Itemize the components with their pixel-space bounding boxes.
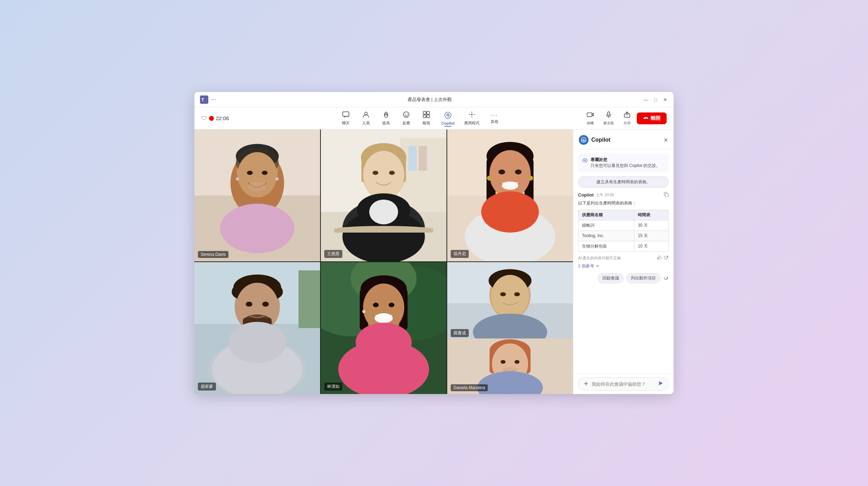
- title-bar-more-icon[interactable]: ···: [211, 96, 216, 103]
- message-time: 上午 10:35: [596, 192, 614, 198]
- review-meeting-button[interactable]: 回顧會議: [598, 273, 624, 283]
- svg-point-30: [248, 182, 266, 192]
- input-wrapper: [578, 377, 669, 391]
- share-label: 共用: [624, 121, 631, 126]
- minimize-button[interactable]: —: [643, 97, 649, 102]
- svg-point-97: [373, 303, 379, 307]
- video-cell-zhao: 趙家豪: [194, 262, 320, 394]
- people-button[interactable]: 人員: [357, 109, 375, 128]
- video-cell-serena: Serena Davis: [194, 129, 320, 261]
- table-cell: 30 天: [634, 220, 669, 231]
- apps-button[interactable]: 應用程式: [460, 109, 484, 128]
- list-actions-button[interactable]: 列出動作項目: [626, 273, 660, 283]
- close-button[interactable]: ✕: [662, 97, 668, 102]
- references-count: 1 個參考: [578, 263, 594, 269]
- copilot-message: Copilot 上午 10:35 以下是列出生產時間表的表格： 供應商名稱 時間…: [578, 192, 669, 269]
- toolbar-left: 🛡 22:06: [201, 115, 257, 122]
- svg-point-85: [228, 322, 286, 363]
- privacy-title: 專屬於您: [591, 157, 660, 163]
- mic-button[interactable]: 麥克風: [600, 110, 617, 127]
- leave-label: 離開: [651, 115, 660, 122]
- svg-point-108: [514, 292, 520, 296]
- svg-point-13: [471, 114, 473, 115]
- participant-name-zhang: 張丹尼: [451, 250, 469, 258]
- copilot-input-field[interactable]: [592, 382, 655, 387]
- svg-text:T: T: [201, 97, 204, 102]
- svg-point-98: [389, 303, 394, 307]
- video-cell-wang: 王惠恩: [321, 129, 446, 261]
- table-header-supplier: 供應商名稱: [578, 210, 634, 220]
- privacy-notice: 專屬於您 只有您可以看見您與 Copilot 的交談。: [578, 153, 669, 172]
- svg-point-118: [501, 360, 506, 364]
- copilot-close-button[interactable]: ✕: [663, 137, 668, 143]
- copilot-button[interactable]: Copilot: [437, 109, 459, 127]
- raise-hand-button[interactable]: 提高: [377, 109, 395, 128]
- thumbs-up-button[interactable]: [657, 255, 662, 261]
- chat-icon: [342, 111, 350, 119]
- participant-name-daniela: Daniela Mandera: [451, 384, 488, 391]
- apps-label: 應用程式: [464, 120, 479, 126]
- participant-name-serena: Serena Davis: [198, 251, 228, 258]
- chat-label: 聊天: [342, 120, 350, 126]
- shield-icon: 🛡: [201, 115, 207, 122]
- react-button[interactable]: 反應: [397, 109, 416, 128]
- svg-rect-40: [419, 146, 427, 171]
- svg-point-49: [389, 171, 395, 175]
- privacy-text: 專屬於您 只有您可以看見您與 Copilot 的交談。: [591, 157, 660, 169]
- more-label: 其他: [491, 119, 498, 124]
- table-row: Tooling, Inc. 15 天: [578, 231, 669, 241]
- person-photo-3: [447, 129, 573, 261]
- svg-point-4: [403, 112, 409, 117]
- table-cell: 縮略詞: [578, 220, 634, 231]
- more-button[interactable]: ··· 其他: [485, 110, 504, 126]
- title-bar: T ··· 產品發表會 | 上次外觀 — □ ✕: [194, 92, 674, 107]
- svg-point-6: [407, 114, 408, 115]
- suggestion-chip[interactable]: 建立具有生產時間表的表格。: [578, 176, 669, 188]
- copilot-logo-icon: [579, 135, 589, 145]
- svg-rect-7: [423, 111, 426, 114]
- eye-icon: [582, 158, 588, 164]
- maximize-button[interactable]: □: [653, 97, 658, 102]
- more-icon: ···: [491, 112, 498, 118]
- svg-point-83: [262, 302, 269, 307]
- table-cell: 15 天: [634, 231, 669, 241]
- svg-point-124: [584, 160, 586, 161]
- recording-time: 22:06: [216, 115, 229, 121]
- toolbar-center: 聊天 人員 提高 反應: [257, 109, 583, 128]
- camera-button[interactable]: 相機: [583, 110, 597, 127]
- copilot-header: Copilot ✕: [573, 129, 674, 149]
- quick-actions: 回顧會議 列出動作項目: [578, 273, 669, 283]
- copilot-panel: Copilot ✕ 專屬於您 只有您可以看見您與 Copilot 的交談。 建立…: [573, 129, 674, 394]
- svg-point-5: [405, 114, 406, 115]
- apps-icon: [468, 111, 476, 119]
- recording-dot: [209, 116, 214, 121]
- person-photo-2: [321, 129, 446, 261]
- chat-button[interactable]: 聊天: [336, 109, 355, 128]
- ai-disclaimer: AI 產生的內容可能不正確: [578, 255, 669, 261]
- share-button[interactable]: 共用: [620, 110, 634, 127]
- app-window: T ··· 產品發表會 | 上次外觀 — □ ✕ 🛡 22:06 聊天: [194, 92, 674, 394]
- recording-indicator: 🛡 22:06: [201, 115, 229, 122]
- send-button[interactable]: [658, 380, 663, 387]
- react-label: 反應: [402, 120, 410, 126]
- leave-button[interactable]: 離開: [637, 112, 667, 124]
- table-cell: 生物分解包裝: [578, 241, 634, 251]
- copy-button[interactable]: [664, 192, 669, 198]
- svg-point-106: [491, 275, 529, 318]
- share-icon: [624, 111, 631, 120]
- refresh-button[interactable]: [663, 275, 669, 282]
- participant-name-lin: 林潔如: [324, 383, 342, 391]
- disclaimer-text: AI 產生的內容可能不正確: [578, 255, 621, 261]
- thumbs-down-button[interactable]: [664, 255, 669, 261]
- raise-hand-icon: [382, 111, 390, 119]
- svg-point-82: [246, 302, 252, 307]
- references-link[interactable]: 1 個參考: [578, 263, 669, 269]
- chevron-down-icon: [595, 264, 600, 268]
- video-cell-zhang: 張丹尼: [447, 129, 573, 261]
- message-intro: 以下是列出生產時間表的表格：: [578, 200, 669, 206]
- toolbar: 🛡 22:06 聊天 人員 提高: [194, 107, 674, 129]
- svg-rect-19: [608, 112, 610, 115]
- mic-label: 麥克風: [603, 121, 614, 126]
- window-title: 產品發表會 | 上次外觀: [216, 97, 643, 103]
- view-button[interactable]: 檢視: [417, 109, 436, 128]
